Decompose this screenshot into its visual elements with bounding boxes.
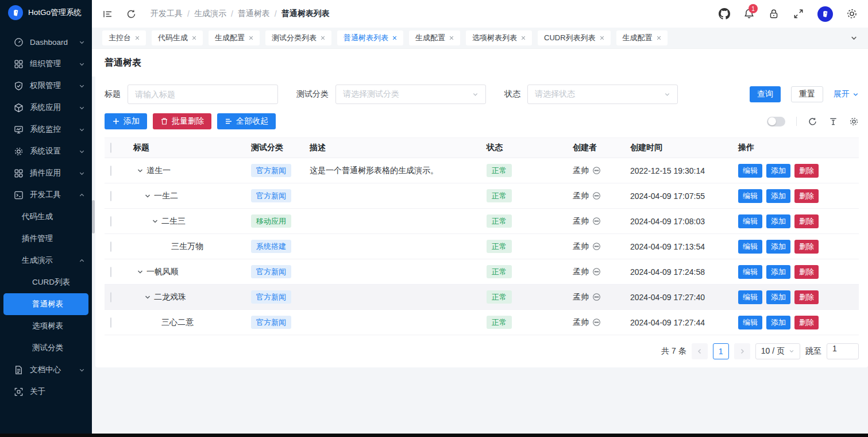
add-child-button[interactable]: 添加 [766,316,790,329]
reload-table-icon[interactable] [808,117,817,126]
striped-toggle[interactable] [767,117,785,126]
tab-item[interactable]: 主控台 [102,30,146,45]
sidebar-item-about[interactable]: 关于 [0,381,92,402]
sidebar-item-test-category[interactable]: 测试分类 [0,337,92,359]
add-child-button[interactable]: 添加 [766,290,790,304]
column-settings-gear-icon[interactable] [849,117,859,126]
row-checkbox[interactable] [110,191,111,201]
sidebar-scrollbar-thumb[interactable] [92,200,95,233]
tab-item-active[interactable]: 普通树表列表 [337,30,403,45]
close-icon[interactable] [392,36,397,40]
delete-button[interactable]: 删除 [794,316,819,329]
tree-collapse-icon[interactable] [144,193,151,200]
sidebar-item-system-monitor[interactable]: 系统监控 [0,118,92,140]
prev-page-button[interactable] [692,343,708,359]
edit-button[interactable]: 编辑 [738,265,762,279]
edit-button[interactable]: 编辑 [738,189,762,203]
tab-item[interactable]: CUDR列表列表 [538,30,611,45]
sidebar-item-code-gen[interactable]: 代码生成 [0,206,92,228]
expand-filters-link[interactable]: 展开 [834,89,859,99]
creator-info-icon[interactable] [592,191,601,200]
close-icon[interactable] [135,36,140,40]
search-button[interactable]: 查询 [750,86,781,102]
sidebar-item-permission[interactable]: 权限管理 [0,75,92,97]
sidebar-item-org[interactable]: 组织管理 [0,53,92,75]
tree-collapse-icon[interactable] [152,218,159,225]
delete-button[interactable]: 删除 [794,189,819,203]
tab-item[interactable]: 测试分类列表 [265,30,331,45]
settings-gear-icon[interactable] [846,8,858,20]
close-icon[interactable] [249,36,253,40]
jump-to-input[interactable] [832,344,853,353]
notification-bell[interactable]: 1 [743,8,755,20]
batch-delete-button[interactable]: 批量删除 [153,113,211,129]
delete-button[interactable]: 删除 [794,164,819,178]
creator-info-icon[interactable] [592,267,601,276]
add-child-button[interactable]: 添加 [766,240,790,254]
close-icon[interactable] [449,36,454,40]
status-select[interactable]: 请选择状态 [527,85,678,104]
select-all-checkbox[interactable] [110,143,111,153]
collapse-all-button[interactable]: 全部收起 [217,113,276,129]
tab-item[interactable]: 代码生成 [152,30,203,45]
edit-button[interactable]: 编辑 [738,316,762,329]
sidebar-item-plugin-app[interactable]: 插件应用 [0,162,92,184]
creator-info-icon[interactable] [592,217,601,225]
edit-button[interactable]: 编辑 [738,214,762,228]
close-icon[interactable] [521,36,526,40]
sidebar-item-dev-tools[interactable]: 开发工具 [0,184,92,206]
next-page-button[interactable] [734,343,750,359]
delete-button[interactable]: 删除 [794,214,819,228]
creator-info-icon[interactable] [592,293,601,301]
sidebar-item-system-app[interactable]: 系统应用 [0,97,92,118]
sidebar-item-doc-center[interactable]: 文档中心 [0,359,92,381]
sidebar-item-normal-tree[interactable]: 普通树表 [3,293,88,315]
sidebar-item-gen-demo[interactable]: 生成演示 [0,250,92,271]
creator-info-icon[interactable] [592,318,601,327]
creator-info-icon[interactable] [592,166,601,175]
reset-button[interactable]: 重置 [791,86,823,102]
sidebar-item-option-tree[interactable]: 选项树表 [0,315,92,337]
title-input[interactable] [135,90,271,99]
breadcrumb-item[interactable]: 生成演示 [194,9,226,19]
close-icon[interactable] [321,36,325,40]
tabs-dropdown-chevron-icon[interactable] [850,34,858,42]
refresh-icon[interactable] [126,9,137,20]
row-checkbox[interactable] [110,292,111,302]
tab-item[interactable]: 生成配置 [616,30,668,45]
edit-button[interactable]: 编辑 [738,240,762,254]
page-number-button[interactable]: 1 [713,343,729,359]
row-checkbox[interactable] [110,317,111,328]
row-height-icon[interactable] [828,117,838,126]
add-child-button[interactable]: 添加 [766,164,790,178]
tree-collapse-icon[interactable] [144,294,151,301]
breadcrumb-item[interactable]: 开发工具 [151,9,183,19]
lock-icon[interactable] [768,8,780,20]
row-checkbox[interactable] [110,166,111,176]
github-icon[interactable] [719,8,730,20]
close-icon[interactable] [192,36,196,40]
tab-item[interactable]: 生成配置 [209,30,260,45]
tree-collapse-icon[interactable] [137,167,144,174]
row-checkbox[interactable] [110,216,111,227]
fullscreen-icon[interactable] [793,8,804,20]
app-logo[interactable]: HotGo管理系统 [0,0,92,25]
sidebar-item-system-settings[interactable]: 系统设置 [0,140,92,162]
close-icon[interactable] [657,36,661,40]
add-button[interactable]: 添加 [105,113,147,129]
delete-button[interactable]: 删除 [794,265,819,279]
tab-item[interactable]: 生成配置 [409,30,460,45]
row-checkbox[interactable] [110,267,111,277]
user-avatar[interactable] [817,6,833,22]
add-child-button[interactable]: 添加 [766,265,790,279]
tree-collapse-icon[interactable] [137,269,144,275]
row-checkbox[interactable] [110,241,111,252]
sidebar-item-plugin-manage[interactable]: 插件管理 [0,228,92,250]
close-icon[interactable] [600,36,604,40]
sidebar-item-curd-list[interactable]: CURD列表 [0,271,92,293]
sidebar-item-dashboard[interactable]: Dashboard [0,31,92,53]
page-size-select[interactable]: 10 / 页 [755,343,800,359]
tab-item[interactable]: 选项树表列表 [466,30,532,45]
delete-button[interactable]: 删除 [794,290,819,304]
edit-button[interactable]: 编辑 [738,164,762,178]
